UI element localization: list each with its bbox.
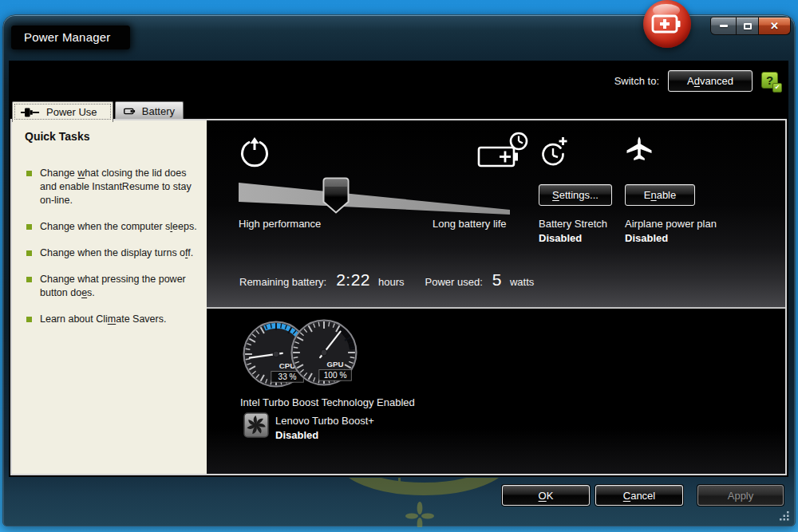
gpu-gauge: GPU 100 %	[289, 317, 359, 388]
power-used-label: Power used:	[425, 276, 483, 288]
bullet-icon	[26, 250, 32, 256]
close-button[interactable]: ✕	[758, 17, 791, 35]
battery-clock-icon	[477, 132, 530, 170]
power-used-value: 5	[492, 270, 502, 290]
advanced-button[interactable]: Advanced	[668, 70, 753, 92]
switch-to-label: Switch to:	[614, 75, 659, 87]
bullet-icon	[26, 317, 32, 322]
power-plan-section: High performance Long battery life Setti…	[207, 120, 785, 307]
switch-to-row: Switch to: Advanced ? ✔	[614, 70, 780, 92]
battery-stretch-settings-button[interactable]: Settings...	[539, 184, 612, 206]
help-check-icon: ✔	[772, 83, 782, 93]
quick-task-power-button[interactable]: Change what pressing the power button do…	[25, 273, 197, 300]
intel-turbo-boost-status: Intel Turbo Boost Technology Enabled	[240, 396, 415, 408]
svg-text:100 %: 100 %	[324, 371, 347, 380]
airplane-plan-status: Disabled	[625, 232, 668, 244]
tab-battery[interactable]: Battery	[115, 101, 184, 120]
power-slider-track[interactable]	[239, 183, 510, 216]
power-manager-window: Power Manager ✕ Switch to: Advanced ? ✔	[2, 14, 796, 526]
remaining-battery-value: 2:22	[336, 270, 370, 290]
airplane-enable-button[interactable]: Enable	[625, 184, 695, 206]
lenovo-turbo-boost-label: Lenovo Turbo Boost+	[275, 415, 374, 427]
power-manager-logo	[643, 0, 691, 48]
bullet-icon	[26, 171, 32, 176]
quick-tasks-list: Change what closing the lid does and ena…	[25, 167, 197, 326]
close-icon: ✕	[770, 21, 779, 31]
bullet-icon	[26, 277, 32, 282]
minimize-icon	[720, 25, 728, 27]
quick-task-climate-savers[interactable]: Learn about Climate Savers.	[25, 313, 197, 326]
battery-status-row: Remaining battery: 2:22 hours Power used…	[239, 270, 534, 290]
help-button[interactable]: ? ✔	[761, 72, 780, 91]
svg-text:GPU: GPU	[327, 360, 344, 368]
fan-icon	[243, 412, 269, 438]
maximize-button[interactable]	[737, 17, 758, 35]
battery-stretch-status: Disabled	[539, 232, 582, 244]
quick-task-display-off[interactable]: Change when the display turns off.	[25, 246, 197, 260]
quick-tasks-heading: Quick Tasks	[25, 130, 89, 143]
quick-task-lid[interactable]: Change what closing the lid does and ena…	[25, 167, 197, 207]
desktop: { "window": { "title": "Power Manager" }…	[0, 0, 798, 532]
cancel-button[interactable]: Cancel	[595, 485, 683, 506]
airplane-icon	[625, 135, 654, 165]
high-performance-label: High performance	[239, 218, 321, 230]
apply-button[interactable]: Apply	[697, 485, 784, 506]
power-use-panel: High performance Long battery life Setti…	[207, 120, 785, 474]
resize-grip[interactable]	[779, 510, 790, 522]
quick-task-sleep[interactable]: Change when the computer sleeps.	[25, 220, 197, 234]
power-slider-handle[interactable]	[322, 177, 350, 214]
long-battery-life-label: Long battery life	[433, 218, 507, 230]
window-title: Power Manager	[11, 26, 130, 49]
battery-plus-icon	[651, 13, 683, 35]
remaining-battery-label: Remaining battery:	[239, 276, 326, 288]
tab-power-use-label: Power Use	[46, 106, 97, 118]
remaining-battery-unit: hours	[378, 276, 405, 288]
maximize-icon	[744, 23, 752, 30]
plug-icon	[21, 107, 40, 118]
app-body: Switch to: Advanced ? ✔ Power Use B	[9, 61, 788, 477]
wallpaper-emblem	[334, 478, 518, 527]
battery-stretch-label: Battery Stretch	[539, 218, 607, 230]
minimize-button[interactable]	[710, 17, 737, 35]
ok-button[interactable]: OK	[502, 485, 590, 506]
window-controls: ✕	[710, 17, 791, 35]
turbo-boost-section: CPU 33 % GPU 100 % Intel Turbo Boost Tec…	[207, 309, 785, 474]
power-used-unit: watts	[510, 276, 534, 288]
battery-stretch-icon	[540, 136, 569, 168]
lenovo-turbo-boost-status: Disabled	[275, 429, 318, 441]
tab-power-use[interactable]: Power Use	[12, 101, 113, 122]
power-state-icon	[239, 136, 271, 168]
battery-icon	[124, 106, 136, 116]
content-area: Quick Tasks Change what closing the lid …	[10, 119, 787, 475]
tab-battery-label: Battery	[142, 105, 175, 117]
bullet-icon	[26, 224, 32, 230]
airplane-plan-label: Airplane power plan	[625, 218, 717, 230]
quick-tasks-panel: Quick Tasks Change what closing the lid …	[12, 120, 207, 474]
